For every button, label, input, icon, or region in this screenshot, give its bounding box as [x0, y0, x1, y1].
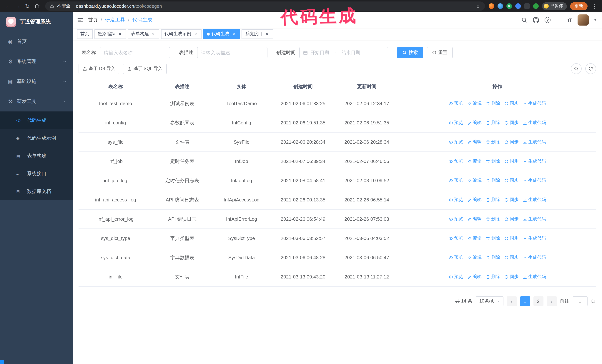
generate-code-action[interactable]: 生成代码 — [523, 177, 546, 184]
delete-action[interactable]: 删除 — [486, 235, 500, 241]
address-bar[interactable]: 不安全 dashboard.yudao.iocoder.cn/tool/code… — [45, 1, 485, 11]
generate-code-action[interactable]: 生成代码 — [523, 235, 546, 241]
help-icon[interactable]: ? — [545, 17, 550, 23]
preview-action[interactable]: 预览 — [449, 120, 463, 126]
delete-action[interactable]: 删除 — [486, 158, 500, 164]
next-page-button[interactable]: › — [547, 296, 557, 306]
generate-code-action[interactable]: 生成代码 — [523, 274, 546, 280]
edit-action[interactable]: 编辑 — [467, 177, 482, 184]
sync-action[interactable]: 同步 — [504, 100, 519, 107]
table-name-input[interactable] — [100, 47, 170, 58]
preview-action[interactable]: 预览 — [449, 274, 463, 280]
delete-action[interactable]: 删除 — [486, 254, 500, 261]
fullscreen-icon[interactable] — [556, 17, 562, 23]
preview-action[interactable]: 预览 — [449, 139, 463, 145]
breadcrumb-parent[interactable]: 研发工具 — [105, 17, 125, 23]
delete-action[interactable]: 删除 — [486, 216, 500, 222]
browser-menu-kebab-icon[interactable]: ⋮ — [591, 3, 598, 9]
sync-action[interactable]: 同步 — [504, 158, 519, 164]
edit-action[interactable]: 编辑 — [467, 254, 482, 261]
url-text[interactable]: dashboard.yudao.iocoder.cn/tool/codegen — [76, 3, 162, 9]
search-button[interactable]: 搜索 — [397, 47, 423, 58]
sync-action[interactable]: 同步 — [504, 235, 519, 241]
view-tab[interactable]: 系统接口 × — [242, 29, 273, 39]
close-icon[interactable]: × — [118, 31, 123, 36]
generate-code-action[interactable]: 生成代码 — [523, 120, 546, 126]
view-tab[interactable]: 表单构建 × — [128, 29, 159, 39]
generate-code-action[interactable]: 生成代码 — [523, 216, 546, 222]
close-icon[interactable]: × — [151, 31, 156, 36]
view-tab[interactable]: 链路追踪 × — [95, 29, 126, 39]
browser-reload-icon[interactable]: ↻ — [23, 2, 32, 10]
user-avatar[interactable] — [578, 14, 589, 26]
generate-code-action[interactable]: 生成代码 — [523, 254, 546, 261]
sync-action[interactable]: 同步 — [504, 177, 519, 184]
browser-back-icon[interactable]: ← — [4, 2, 13, 10]
sidebar-menu-item[interactable]: ▦ 基础设施 — [0, 72, 73, 92]
import-sql-button[interactable]: 基于 SQL 导入 — [123, 63, 167, 74]
github-icon[interactable] — [533, 17, 539, 23]
sidebar-submenu-item[interactable]: ▤ 表单构建 — [0, 147, 73, 165]
preview-action[interactable]: 预览 — [449, 235, 463, 241]
bookmark-star-icon[interactable]: ☆ — [476, 3, 480, 9]
page-button-2[interactable]: 2 — [533, 296, 543, 306]
extension-drop-icon[interactable] — [497, 3, 503, 9]
font-size-icon[interactable]: tT — [568, 17, 572, 23]
delete-action[interactable]: 删除 — [486, 139, 500, 145]
browser-home-icon[interactable] — [32, 2, 42, 10]
delete-action[interactable]: 删除 — [486, 197, 500, 203]
app-logo-row[interactable]: 芋道管理系统 — [0, 12, 73, 31]
sidebar-submenu-item[interactable]: </> 代码生成 — [0, 112, 73, 129]
delete-action[interactable]: 删除 — [486, 177, 500, 184]
browser-forward-icon[interactable]: → — [13, 2, 22, 10]
page-button-1[interactable]: 1 — [520, 296, 530, 306]
sync-action[interactable]: 同步 — [504, 197, 519, 203]
preview-action[interactable]: 预览 — [449, 216, 463, 222]
reset-button[interactable]: 重置 — [427, 47, 453, 58]
breadcrumb-home[interactable]: 首页 — [88, 17, 98, 23]
delete-action[interactable]: 删除 — [486, 100, 500, 107]
profile-paused-badge[interactable]: 已暂停 — [542, 2, 567, 10]
sidebar-menu-item[interactable]: ◉ 首页 — [0, 31, 73, 52]
sidebar-submenu-item[interactable]: ⊞ 数据库文档 — [0, 183, 73, 200]
sidebar-submenu-item[interactable]: ≡ 系统接口 — [0, 165, 73, 183]
table-desc-input[interactable] — [197, 47, 268, 58]
prev-page-button[interactable]: ‹ — [507, 296, 516, 306]
sidebar-menu-item[interactable]: ⚒ 研发工具 — [0, 92, 73, 112]
edit-action[interactable]: 编辑 — [467, 197, 482, 203]
extension-vue-icon[interactable]: V — [506, 3, 512, 9]
edit-action[interactable]: 编辑 — [467, 235, 482, 241]
close-icon[interactable]: × — [265, 31, 270, 36]
caret-down-icon[interactable]: ▾ — [594, 18, 596, 22]
sidebar-submenu-item[interactable]: ◈ 代码生成示例 — [0, 129, 73, 147]
create-time-range-picker[interactable]: 开始日期 - 结束日期 — [299, 47, 388, 58]
edit-action[interactable]: 编辑 — [467, 158, 482, 164]
extension-people-icon[interactable] — [515, 3, 521, 9]
view-tab[interactable]: 首页 × — [77, 29, 93, 39]
edit-action[interactable]: 编辑 — [467, 216, 482, 222]
preview-action[interactable]: 预览 — [449, 177, 463, 184]
delete-action[interactable]: 删除 — [486, 274, 500, 280]
preview-action[interactable]: 预览 — [449, 100, 463, 107]
generate-code-action[interactable]: 生成代码 — [523, 100, 546, 107]
preview-action[interactable]: 预览 — [449, 197, 463, 203]
refresh-button[interactable] — [585, 63, 596, 74]
view-tab[interactable]: 代码生成 × — [203, 29, 240, 39]
sync-action[interactable]: 同步 — [504, 254, 519, 261]
goto-page-input[interactable] — [572, 296, 587, 306]
edit-action[interactable]: 编辑 — [467, 100, 482, 107]
edit-action[interactable]: 编辑 — [467, 139, 482, 145]
import-db-button[interactable]: 基于 DB 导入 — [78, 63, 119, 74]
generate-code-action[interactable]: 生成代码 — [523, 139, 546, 145]
hamburger-icon[interactable] — [77, 17, 83, 23]
close-icon[interactable]: × — [231, 31, 236, 36]
extension-fox-icon[interactable] — [488, 3, 494, 9]
sidebar-menu-item[interactable]: ⚙ 系统管理 — [0, 52, 73, 72]
sync-action[interactable]: 同步 — [504, 274, 519, 280]
preview-action[interactable]: 预览 — [449, 254, 463, 261]
browser-update-button[interactable]: 更新 — [570, 2, 588, 10]
generate-code-action[interactable]: 生成代码 — [523, 197, 546, 203]
extension-leaf-icon[interactable] — [533, 3, 538, 9]
sync-action[interactable]: 同步 — [504, 139, 519, 145]
toggle-search-button[interactable] — [571, 63, 582, 74]
